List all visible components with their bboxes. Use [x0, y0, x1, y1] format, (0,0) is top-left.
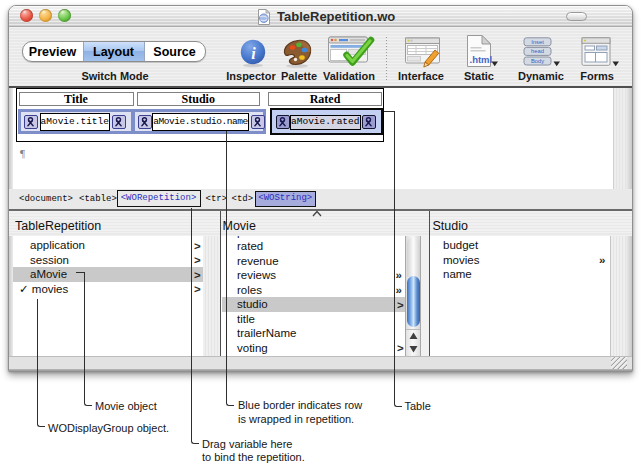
svg-text:Body: Body [531, 58, 544, 64]
svg-text:Inset: Inset [531, 39, 544, 45]
svg-text:i: i [251, 44, 256, 61]
svg-text:.html: .html [470, 54, 493, 65]
svg-text:head: head [531, 48, 544, 54]
